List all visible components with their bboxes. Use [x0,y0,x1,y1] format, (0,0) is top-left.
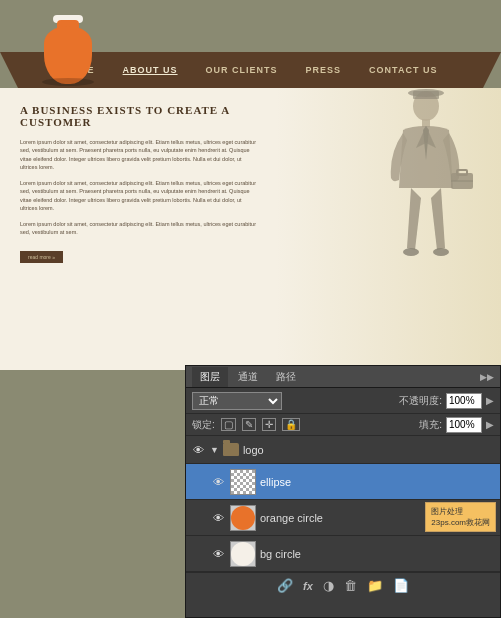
panel-header: 图层 通道 路径 ▶▶ [186,366,500,388]
nav-item-contact[interactable]: CONTACT US [369,65,437,75]
website-preview: HOME ABOUT US OUR CLIENTS PRESS CONTACT … [0,0,501,370]
link-icon[interactable]: 🔗 [277,578,293,593]
panel-footer: 🔗 fx ◑ 🗑 📁 📄 [186,572,500,598]
blend-mode-select[interactable]: 正常 [192,392,282,410]
layer-name-bg-circle: bg circle [260,548,496,560]
content-paragraph-1: Lorem ipsum dolor sit amet, consectetur … [20,138,260,171]
layer-thumb-orange-circle [230,505,256,531]
vase-shadow [42,78,94,86]
layer-orange-circle[interactable]: 👁 orange circle 图片处理 23ps.com救花网 [186,500,500,536]
man-svg [371,88,481,328]
content-paragraph-3: Lorem ipsum dolor sit amet, consectetur … [20,220,260,237]
nav-item-clients[interactable]: OUR CLIENTS [206,65,278,75]
fx-icon[interactable]: fx [303,580,313,592]
content-area: A BUSINESS EXISTS TO CREATE A CUSTOMER L… [0,88,501,370]
eye-icon-bg-circle[interactable]: 👁 [210,546,226,562]
layer-expand-arrow-logo[interactable]: ▼ [210,445,219,455]
tab-channels[interactable]: 通道 [230,367,266,387]
lock-transparent-icon[interactable]: ▢ [221,418,236,431]
new-group-icon[interactable]: 📁 [367,578,383,593]
layer-logo-group[interactable]: 👁 ▼ logo [186,436,500,464]
fill-label: 填充: [419,418,442,432]
content-inner: A BUSINESS EXISTS TO CREATE A CUSTOMER L… [0,88,280,273]
fill-control: 填充: ▶ [419,417,494,433]
panel-collapse-icon[interactable]: ▶▶ [480,372,494,382]
read-more-button[interactable]: read more » [20,251,63,263]
folder-icon-logo [223,443,239,456]
svg-point-6 [433,248,449,256]
blend-opacity-row: 正常 不透明度: ▶ [186,388,500,414]
circle-thumb [231,542,255,566]
svg-point-5 [403,248,419,256]
layer-ellipse[interactable]: 👁 ellipse [186,464,500,500]
content-paragraph-2: Lorem ipsum dolor sit amet, consectetur … [20,179,260,212]
lock-paint-icon[interactable]: ✎ [242,418,256,431]
delete-icon[interactable]: 🗑 [344,578,357,593]
logo-vase [42,18,94,84]
opacity-input[interactable] [446,393,482,409]
layer-name-logo: logo [243,444,496,456]
new-layer-icon[interactable]: 📄 [393,578,409,593]
checker-pattern [231,470,255,494]
lock-move-icon[interactable]: ✛ [262,418,276,431]
eye-icon-orange-circle[interactable]: 👁 [210,510,226,526]
nav-item-press[interactable]: PRESS [306,65,342,75]
tab-paths[interactable]: 路径 [268,367,304,387]
layer-name-orange-circle: orange circle [260,512,496,524]
orange-thumb [231,506,255,530]
svg-rect-8 [413,91,439,99]
layer-thumb-bg-circle [230,541,256,567]
layer-bg-circle[interactable]: 👁 bg circle [186,536,500,572]
lock-label: 锁定: [192,418,215,432]
tab-layers[interactable]: 图层 [192,367,228,387]
layer-name-ellipse: ellipse [260,476,496,488]
layer-thumb-ellipse [230,469,256,495]
eye-icon-logo[interactable]: 👁 [190,442,206,458]
opacity-control: 不透明度: ▶ [399,393,494,409]
opacity-label: 不透明度: [399,394,442,408]
fill-input[interactable] [446,417,482,433]
eye-icon-ellipse[interactable]: 👁 [210,474,226,490]
svg-rect-1 [422,119,430,127]
fill-arrow[interactable]: ▶ [486,419,494,430]
adjustment-icon[interactable]: ◑ [323,578,334,593]
opacity-arrow[interactable]: ▶ [486,395,494,406]
nav-item-about[interactable]: ABOUT US [123,65,178,75]
vintage-man-illustration [371,88,491,338]
content-headline: A BUSINESS EXISTS TO CREATE A CUSTOMER [20,104,260,128]
lock-fill-row: 锁定: ▢ ✎ ✛ 🔒 填充: ▶ [186,414,500,436]
layers-list: 👁 ▼ logo 👁 ellipse 👁 orange circle 图片处理 … [186,436,500,572]
photoshop-layers-panel: 图层 通道 路径 ▶▶ 正常 不透明度: ▶ 锁定: ▢ ✎ ✛ 🔒 填充: ▶… [185,365,501,618]
vase-body [44,26,92,84]
lock-all-icon[interactable]: 🔒 [282,418,300,431]
